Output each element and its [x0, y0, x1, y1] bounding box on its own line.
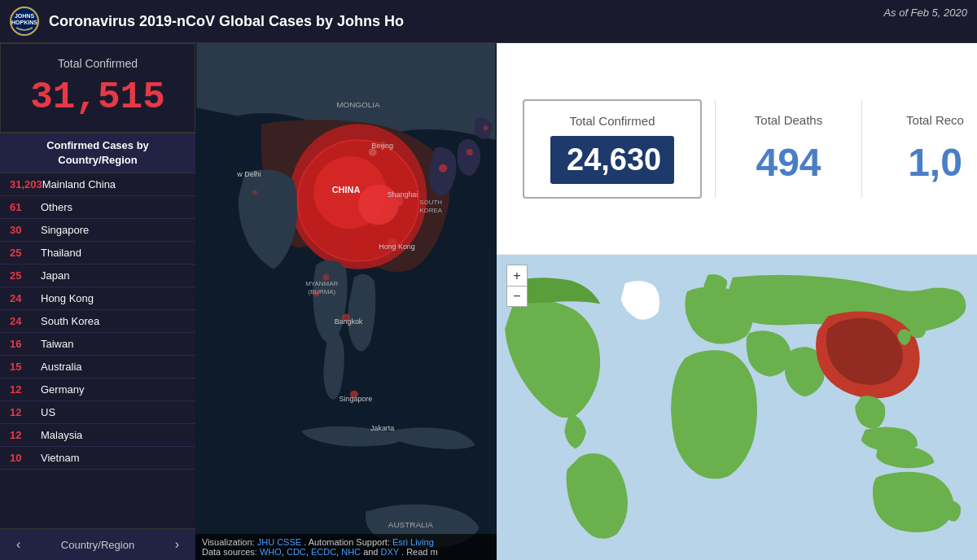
svg-text:JOHNS: JOHNS	[15, 13, 34, 19]
country-count: 25	[10, 269, 41, 282]
svg-text:MONGOLIA: MONGOLIA	[336, 100, 380, 109]
svg-text:SOUTH: SOUTH	[419, 199, 442, 206]
svg-text:CHINA: CHINA	[332, 185, 361, 195]
svg-point-11	[467, 149, 473, 155]
zoom-out-button[interactable]: −	[506, 286, 528, 307]
country-name: Singapore	[41, 224, 89, 236]
svg-text:(BURMA): (BURMA)	[308, 288, 335, 295]
country-list-item[interactable]: 61Others	[0, 196, 195, 219]
country-list-item[interactable]: 12Germany	[0, 378, 195, 401]
app-header: JOHNS HOPKINS Coronavirus 2019-nCoV Glob…	[0, 0, 977, 43]
country-list-item[interactable]: 12Malaysia	[0, 424, 195, 447]
deaths-label: Total Deaths	[742, 113, 835, 127]
total-confirmed-label: Total Confirmed	[14, 57, 182, 70]
sidebar: Total Confirmed 31,515 Confirmed Cases b…	[0, 43, 195, 560]
country-name: Hong Kong	[41, 292, 94, 304]
recovered-label: Total Reco	[888, 113, 977, 127]
country-name: Germany	[41, 383, 84, 396]
svg-text:w Delhi: w Delhi	[236, 170, 261, 178]
country-list-item[interactable]: 31,203Mainland China	[0, 173, 195, 196]
country-list-item[interactable]: 24Hong Kong	[0, 287, 195, 310]
svg-text:Hong Kong: Hong Kong	[379, 243, 415, 251]
country-name: South Korea	[41, 315, 99, 327]
country-name: Malaysia	[41, 429, 82, 441]
country-list[interactable]: 31,203Mainland China61Others30Singapore2…	[0, 173, 195, 528]
country-name: Vietnam	[41, 452, 79, 464]
country-list-item[interactable]: 25Thailand	[0, 242, 195, 265]
country-count: 12	[10, 383, 41, 396]
confirmed-cases-header: Confirmed Cases by Country/Region	[0, 133, 195, 173]
country-count: 24	[10, 315, 41, 327]
footer-and-text: and	[363, 547, 378, 557]
country-list-item[interactable]: 15Australia	[0, 356, 195, 378]
country-list-item[interactable]: 25Japan	[0, 265, 195, 287]
country-name: Thailand	[41, 247, 81, 259]
footer-ecdc-link[interactable]: ECDC	[311, 547, 336, 557]
total-confirmed-value: 31,515	[14, 77, 182, 119]
confirmed-cases-header-text: Confirmed Cases by Country/Region	[10, 138, 186, 168]
main-content: Total Confirmed 31,515 Confirmed Cases b…	[0, 43, 977, 560]
country-count: 30	[10, 224, 41, 236]
svg-point-12	[484, 125, 488, 130]
country-list-item[interactable]: 10Vietnam	[0, 447, 195, 470]
nav-next-button[interactable]: ›	[169, 536, 186, 553]
country-list-item[interactable]: 30Singapore	[0, 219, 195, 242]
footer-dxy-link[interactable]: DXY	[381, 547, 399, 557]
jhu-logo: JOHNS HOPKINS	[10, 7, 39, 36]
footer-viz-text: Visualization:	[202, 537, 255, 547]
country-name: US	[41, 406, 55, 418]
footer-jhu-link[interactable]: JHU CSSE	[257, 537, 301, 547]
asia-map-bg: MONGOLIA CHINA SOUTH KOREA Beijing Shang…	[195, 43, 497, 560]
map-footer: Visualization: JHU CSSE . Automation Sup…	[195, 534, 497, 560]
confirmed-card-label: Total Confirmed	[550, 114, 674, 128]
svg-text:HOPKINS: HOPKINS	[11, 20, 37, 25]
country-list-item[interactable]: 16Taiwan	[0, 333, 195, 356]
sidebar-nav-label: Country/Region	[61, 539, 134, 551]
country-count: 16	[10, 338, 41, 350]
sidebar-nav: ‹ Country/Region ›	[0, 528, 195, 560]
svg-text:Singapore: Singapore	[340, 395, 373, 403]
country-name: Taiwan	[41, 338, 73, 350]
country-count: 25	[10, 247, 41, 259]
country-count: 24	[10, 292, 41, 304]
svg-text:Bangkok: Bangkok	[335, 317, 363, 326]
page-title: Coronavirus 2019-nCoV Global Cases by Jo…	[49, 13, 404, 30]
footer-auto-text: . Automation Support:	[304, 537, 390, 547]
footer-cdc-link[interactable]: CDC	[287, 547, 306, 557]
svg-text:KOREA: KOREA	[419, 207, 442, 214]
svg-text:MYANMAR: MYANMAR	[305, 280, 338, 287]
deaths-section: Total Deaths 494	[715, 100, 861, 198]
country-count: 31,203	[10, 178, 42, 190]
country-count: 10	[10, 452, 41, 464]
deaths-value: 494	[742, 140, 835, 185]
country-name: Others	[41, 201, 72, 213]
confirmed-card-value: 24,630	[550, 136, 674, 184]
footer-who-link[interactable]: WHO	[260, 547, 282, 557]
asia-map-panel[interactable]: MONGOLIA CHINA SOUTH KOREA Beijing Shang…	[195, 43, 497, 560]
country-list-item[interactable]: 24South Korea	[0, 310, 195, 333]
zoom-in-button[interactable]: +	[506, 265, 528, 286]
country-count: 12	[10, 406, 41, 418]
world-map-section[interactable]: + −	[497, 255, 977, 560]
confirmed-card: Total Confirmed 24,630	[523, 99, 702, 199]
svg-text:Beijing: Beijing	[371, 142, 393, 150]
footer-esri-link[interactable]: Esri Living	[392, 537, 434, 547]
svg-point-18	[252, 190, 257, 195]
country-name: Japan	[41, 269, 69, 282]
asia-map-svg: MONGOLIA CHINA SOUTH KOREA Beijing Shang…	[195, 43, 497, 560]
total-confirmed-box: Total Confirmed 31,515	[0, 43, 195, 133]
svg-text:Jakarta: Jakarta	[370, 424, 394, 432]
country-list-item[interactable]: 12US	[0, 401, 195, 424]
country-count: 12	[10, 429, 41, 441]
country-name: Australia	[41, 361, 82, 373]
world-map-svg	[497, 255, 977, 560]
footer-read-text: . Read m	[401, 547, 438, 557]
footer-nhc-link[interactable]: NHC	[341, 547, 361, 557]
right-panel: Total Confirmed 24,630 Total Deaths 494 …	[497, 43, 977, 560]
country-name: Mainland China	[42, 178, 116, 190]
nav-prev-button[interactable]: ‹	[10, 536, 27, 553]
footer-data-text: Data sources:	[202, 547, 257, 557]
svg-point-10	[439, 164, 447, 173]
last-updated-date: As of Feb 5, 2020	[883, 7, 967, 19]
recovered-section: Total Reco 1,0	[861, 100, 977, 198]
